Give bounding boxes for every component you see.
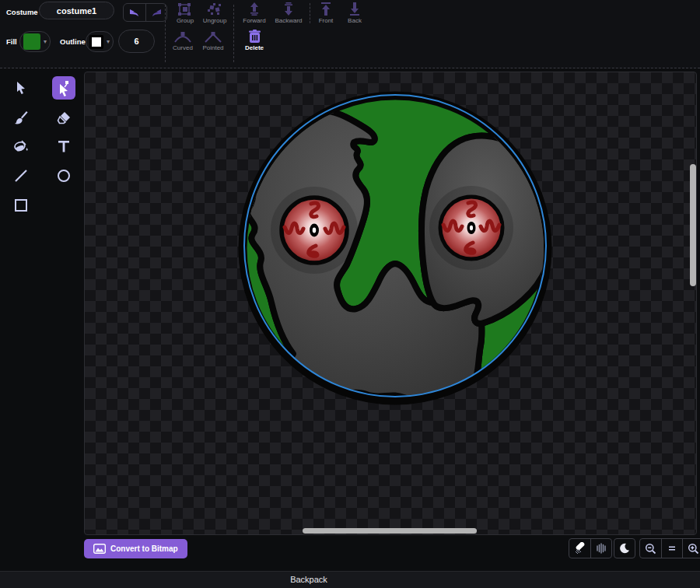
delete-button[interactable]: Delete — [240, 30, 269, 51]
zoom-controls — [639, 538, 700, 558]
toolbar-separator — [233, 5, 234, 62]
back-icon — [348, 2, 361, 16]
left-eye — [271, 187, 358, 274]
crayon-icon — [574, 542, 586, 555]
reshape-icon — [55, 79, 72, 96]
tool-brush[interactable] — [9, 106, 33, 129]
tool-fill[interactable] — [9, 135, 33, 158]
zoom-in-icon — [688, 543, 699, 555]
ungroup-icon — [208, 3, 222, 16]
toolbar-separator — [165, 5, 166, 62]
outline-label: Outline — [60, 37, 86, 46]
backpack-bar[interactable]: Backpack — [0, 571, 700, 588]
group-icon — [178, 3, 192, 16]
toolbar-separator — [310, 3, 310, 23]
eraser-icon — [56, 110, 72, 125]
pointed-icon — [204, 31, 222, 43]
forward-button[interactable]: Forward — [238, 2, 271, 24]
crayon-toggle-button[interactable] — [569, 539, 590, 558]
trash-icon — [249, 30, 261, 43]
convert-to-bitmap-label: Convert to Bitmap — [110, 544, 178, 553]
theme-group — [614, 538, 635, 558]
zoom-in-button[interactable] — [682, 539, 700, 558]
redo-button[interactable] — [145, 4, 167, 21]
backpack-label: Backpack — [290, 575, 327, 584]
curved-icon — [173, 31, 192, 43]
undo-redo-group — [123, 3, 167, 22]
tool-text[interactable] — [52, 135, 75, 158]
costume-name-input[interactable] — [39, 2, 114, 19]
horizontal-scrollbar[interactable] — [303, 528, 477, 534]
group-button[interactable]: Group — [172, 3, 198, 24]
select-arrow-icon — [13, 80, 29, 96]
tool-circle[interactable] — [52, 164, 75, 187]
costume-artwork — [85, 72, 697, 535]
zoom-reset-button[interactable] — [661, 539, 682, 558]
fill-swatch — [23, 33, 40, 50]
costume-label: Costume — [6, 8, 38, 16]
rectangle-icon — [13, 198, 29, 213]
front-button[interactable]: Front — [314, 2, 338, 24]
zoom-out-button[interactable] — [640, 539, 661, 558]
fill-bucket-icon — [12, 138, 30, 154]
undo-icon — [128, 7, 141, 18]
text-icon — [56, 138, 72, 154]
zoom-reset-icon — [667, 544, 677, 553]
outline-color-button[interactable]: ▾ — [86, 31, 114, 52]
tool-rectangle[interactable] — [9, 194, 33, 217]
lines-toggle-button[interactable] — [590, 539, 611, 558]
outline-swatch — [89, 35, 103, 49]
backward-icon — [282, 2, 295, 16]
lines-icon — [595, 542, 607, 555]
mode-toggle-group — [569, 538, 612, 558]
redo-icon — [150, 7, 163, 18]
chevron-down-icon: ▾ — [107, 38, 110, 45]
back-button[interactable]: Back — [343, 2, 366, 24]
forward-icon — [248, 2, 261, 16]
backward-button[interactable]: Backward — [271, 2, 306, 24]
pointed-button[interactable]: Pointed — [198, 31, 229, 51]
vertical-scrollbar[interactable] — [690, 164, 696, 286]
tool-line[interactable] — [9, 164, 33, 187]
paint-editor: Costume Group — [0, 0, 700, 588]
right-eye — [429, 186, 513, 270]
front-icon — [320, 2, 332, 16]
undo-button[interactable] — [124, 4, 145, 21]
line-icon — [13, 168, 29, 184]
dark-mode-button[interactable] — [614, 539, 635, 558]
circle-icon — [56, 168, 72, 184]
moon-icon — [619, 543, 630, 554]
tool-eraser[interactable] — [52, 106, 75, 129]
fill-color-button[interactable]: ▾ — [19, 31, 51, 52]
tool-select[interactable] — [9, 76, 33, 100]
tool-reshape[interactable] — [52, 76, 75, 100]
fill-label: Fill — [6, 37, 17, 46]
zoom-out-icon — [645, 543, 656, 555]
stroke-width-input[interactable] — [118, 30, 155, 53]
curved-button[interactable]: Curved — [168, 31, 198, 51]
bitmap-image-icon — [93, 544, 106, 554]
convert-to-bitmap-button[interactable]: Convert to Bitmap — [84, 539, 187, 558]
chevron-down-icon: ▾ — [44, 38, 47, 45]
brush-icon — [13, 110, 29, 125]
toolbar: Costume Group — [0, 0, 700, 68]
ungroup-button[interactable]: Ungroup — [199, 3, 230, 24]
paint-canvas[interactable] — [84, 72, 697, 535]
